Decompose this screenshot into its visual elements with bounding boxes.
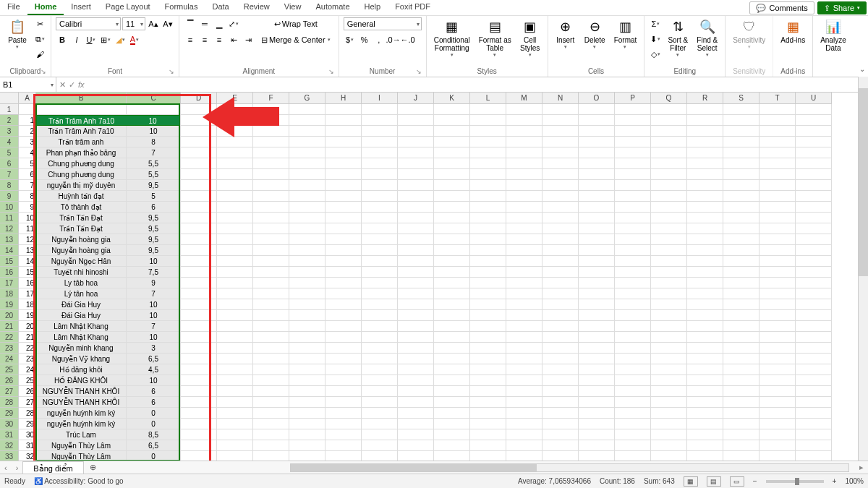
cell-C20[interactable]: 10 <box>127 310 181 321</box>
cell-A5[interactable]: 4 <box>19 147 36 158</box>
cell-N25[interactable] <box>542 364 579 375</box>
cell-H28[interactable] <box>326 397 362 408</box>
cell-G28[interactable] <box>289 397 326 408</box>
conditional-formatting-button[interactable]: ▦Conditional Formatting▾ <box>431 17 473 59</box>
cell-B13[interactable]: Nguyễn hoàng gia <box>36 234 127 245</box>
cell-R19[interactable] <box>687 299 723 310</box>
cell-L29[interactable] <box>470 408 506 419</box>
cell-O33[interactable] <box>579 451 615 461</box>
cell-Q20[interactable] <box>651 310 687 321</box>
cell-U31[interactable] <box>796 429 832 440</box>
cell-F15[interactable] <box>253 256 289 267</box>
font-launcher[interactable]: ↘ <box>169 68 174 75</box>
cell-N14[interactable] <box>542 245 579 256</box>
zoom-slider[interactable] <box>766 480 824 483</box>
cell-D7[interactable] <box>181 169 217 180</box>
cell-F31[interactable] <box>253 429 289 440</box>
cell-K14[interactable] <box>434 245 470 256</box>
cell-A4[interactable]: 3 <box>19 137 36 147</box>
cell-T2[interactable] <box>760 115 796 126</box>
cell-K30[interactable] <box>434 419 470 429</box>
cell-M4[interactable] <box>506 137 542 147</box>
cell-Q2[interactable] <box>651 115 687 126</box>
cell-P27[interactable] <box>615 386 651 397</box>
cell-K17[interactable] <box>434 278 470 288</box>
cell-M11[interactable] <box>506 213 542 223</box>
cell-D30[interactable] <box>181 419 217 429</box>
alignment-launcher[interactable]: ↘ <box>328 68 334 75</box>
cell-U5[interactable] <box>796 147 832 158</box>
cell-Q21[interactable] <box>651 321 687 332</box>
orientation-button[interactable]: ⤢▾ <box>227 17 240 30</box>
cell-T32[interactable] <box>760 440 796 451</box>
cell-D12[interactable] <box>181 223 217 234</box>
select-all-corner[interactable] <box>0 93 19 104</box>
cell-T11[interactable] <box>760 213 796 223</box>
row-header-21[interactable]: 21 <box>0 321 19 332</box>
cell-U28[interactable] <box>796 397 832 408</box>
cell-O4[interactable] <box>579 137 615 147</box>
cell-B5[interactable]: Phan phạn thảo băng <box>36 147 127 158</box>
cell-N3[interactable] <box>542 126 579 137</box>
row-header-19[interactable]: 19 <box>0 299 19 310</box>
cell-S23[interactable] <box>723 343 760 354</box>
cell-P17[interactable] <box>615 278 651 288</box>
cell-B15[interactable]: Nguyễn Ngọc Hân <box>36 256 127 267</box>
cell-B2[interactable]: Trần Trâm Anh 7a10 <box>36 115 127 126</box>
row-header-22[interactable]: 22 <box>0 332 19 343</box>
row-header-30[interactable]: 30 <box>0 419 19 429</box>
cell-N27[interactable] <box>542 386 579 397</box>
cell-R21[interactable] <box>687 321 723 332</box>
cell-D17[interactable] <box>181 278 217 288</box>
new-sheet-button[interactable]: ⊕ <box>84 463 102 472</box>
cell-P14[interactable] <box>615 245 651 256</box>
cell-I14[interactable] <box>362 245 398 256</box>
cell-P15[interactable] <box>615 256 651 267</box>
cell-K7[interactable] <box>434 169 470 180</box>
cell-L33[interactable] <box>470 451 506 461</box>
cell-C4[interactable]: 8 <box>127 137 181 147</box>
cell-D32[interactable] <box>181 440 217 451</box>
cell-J25[interactable] <box>398 364 434 375</box>
cell-A22[interactable]: 21 <box>19 332 36 343</box>
cell-N22[interactable] <box>542 332 579 343</box>
cell-A13[interactable]: 12 <box>19 234 36 245</box>
align-bottom-button[interactable]: ▁ <box>213 17 226 30</box>
cell-S10[interactable] <box>723 202 760 213</box>
cell-M23[interactable] <box>506 343 542 354</box>
cell-E29[interactable] <box>217 408 253 419</box>
cell-A7[interactable]: 6 <box>19 169 36 180</box>
cell-B10[interactable]: Tô thành đạt <box>36 202 127 213</box>
cell-E3[interactable] <box>217 126 253 137</box>
cell-C28[interactable]: 6 <box>127 397 181 408</box>
cell-S15[interactable] <box>723 256 760 267</box>
font-size-combo[interactable]: 11 <box>122 17 145 30</box>
cell-P5[interactable] <box>615 147 651 158</box>
column-headers[interactable]: ABCDEFGHIJKLMNOPQRSTU <box>19 93 832 104</box>
increase-indent-button[interactable]: ⇥ <box>242 33 255 46</box>
cell-E20[interactable] <box>217 310 253 321</box>
cell-F19[interactable] <box>253 299 289 310</box>
formula-input[interactable] <box>88 77 858 92</box>
cell-I24[interactable] <box>362 354 398 364</box>
vertical-scrollbar[interactable] <box>858 77 868 461</box>
cell-E2[interactable] <box>217 115 253 126</box>
cell-B7[interactable]: Chung phương dung <box>36 169 127 180</box>
cell-A9[interactable]: 8 <box>19 191 36 202</box>
cell-A27[interactable]: 26 <box>19 386 36 397</box>
cell-J3[interactable] <box>398 126 434 137</box>
align-middle-button[interactable]: ═ <box>198 17 211 30</box>
cell-T3[interactable] <box>760 126 796 137</box>
cell-E21[interactable] <box>217 321 253 332</box>
cell-E9[interactable] <box>217 191 253 202</box>
cell-J24[interactable] <box>398 354 434 364</box>
cell-H22[interactable] <box>326 332 362 343</box>
cell-F16[interactable] <box>253 267 289 278</box>
cell-H30[interactable] <box>326 419 362 429</box>
cell-R27[interactable] <box>687 386 723 397</box>
cell-J17[interactable] <box>398 278 434 288</box>
cell-R17[interactable] <box>687 278 723 288</box>
cell-N9[interactable] <box>542 191 579 202</box>
cell-K27[interactable] <box>434 386 470 397</box>
col-header-H[interactable]: H <box>326 93 362 104</box>
